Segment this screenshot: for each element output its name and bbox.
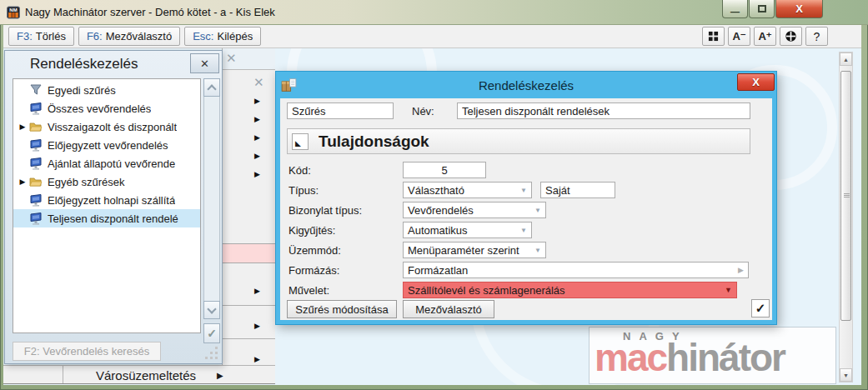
bizonylat-dropdown[interactable]: Vevőrendelés ▼ xyxy=(403,202,546,218)
close-button[interactable]: X xyxy=(775,0,823,18)
filter-input[interactable] xyxy=(287,102,394,119)
main-scrollbar[interactable]: ▲ ▼ xyxy=(839,52,853,382)
grid-view-button[interactable] xyxy=(702,27,725,46)
kod-input[interactable] xyxy=(403,162,486,178)
field-label-bizonylat: Bizonylat típus: xyxy=(288,204,362,217)
name-input[interactable] xyxy=(457,102,750,119)
minimize-button[interactable]: — xyxy=(722,0,748,18)
sajat-input[interactable] xyxy=(540,182,615,198)
panel-scroll-down-button[interactable] xyxy=(203,301,220,319)
name-label: Név: xyxy=(412,105,434,118)
highlighted-menu-row[interactable] xyxy=(223,243,275,263)
font-smaller-button[interactable]: A⁻ xyxy=(728,27,750,46)
expander-icon[interactable]: ▶ xyxy=(16,178,29,186)
panel-title: Rendeléskezelés xyxy=(30,56,138,72)
field-label-kod: Kód: xyxy=(288,164,311,177)
menu-arrow-icon[interactable]: ▶ xyxy=(254,287,260,295)
list-item[interactable]: ▶ Egyéb szűrések xyxy=(13,172,200,191)
monitor-icon xyxy=(29,138,43,152)
close-icon: ✕ xyxy=(200,58,209,70)
dropdown-arrow-icon: ▼ xyxy=(520,187,527,194)
toolbar: F3: Törlés F6: Mezőválasztó Esc: Kilépés… xyxy=(3,25,861,48)
monitor-icon xyxy=(29,102,43,115)
nav-arrow-icon: ▶ xyxy=(738,266,744,274)
list-item[interactable]: Előjegyzett holnapi szállítá xyxy=(13,191,200,209)
resize-grip[interactable] xyxy=(205,357,208,359)
window-controls: — X xyxy=(722,0,823,18)
collapse-button[interactable]: ◣ xyxy=(292,133,309,150)
menu-arrow-icon: ▶ xyxy=(217,371,223,380)
field-label-muvelet: Művelet: xyxy=(288,284,329,297)
scroll-down-button[interactable]: ▼ xyxy=(840,368,852,382)
font-smaller-icon: A⁻ xyxy=(732,30,745,42)
list-item[interactable]: Ajánlat állapotú vevőrende xyxy=(13,154,200,172)
svg-text:NM: NM xyxy=(9,8,17,12)
f2-search-button[interactable]: F2: Vevőrendelés keresés xyxy=(13,342,161,361)
list-item-selected[interactable]: Teljesen diszponált rendelé xyxy=(13,209,200,228)
grid-icon xyxy=(708,31,719,42)
menu-arrow-icon[interactable]: ▶ xyxy=(254,170,260,178)
package-icon xyxy=(280,76,298,94)
kigyujtes-dropdown[interactable]: Automatikus ▼ xyxy=(403,222,532,238)
dialog-title-bar[interactable]: Rendeléskezelés X xyxy=(276,72,776,98)
tipus-dropdown[interactable]: Választható ▼ xyxy=(403,182,532,198)
menu-arrow-icon[interactable]: ▶ xyxy=(254,133,260,142)
dropdown-arrow-icon: ▼ xyxy=(534,207,541,214)
background-close-icon[interactable]: ✕ xyxy=(226,52,237,64)
exit-button[interactable]: Esc: Kilépés xyxy=(184,27,261,46)
background-close-icon[interactable]: ✕ xyxy=(253,76,264,88)
properties-section-header: ◣ Tulajdonságok xyxy=(287,128,750,154)
formazas-field[interactable]: Formázatlan ▶ xyxy=(403,262,749,278)
menu-arrow-icon[interactable]: ▶ xyxy=(254,322,260,330)
monitor-icon xyxy=(29,157,43,170)
dialog-close-button[interactable]: X xyxy=(737,73,775,91)
menu-arrow-icon[interactable]: ▶ xyxy=(254,97,260,105)
list-item[interactable]: Előjegyzett vevőrendelés xyxy=(13,136,200,154)
menu-item-varosuzemeltetes[interactable]: Városüzemeltetés xyxy=(96,368,196,382)
order-management-panel: Rendeléskezelés ✕ Egyedi szűrés Összes v… xyxy=(4,50,223,364)
scrollbar-thumb[interactable] xyxy=(840,71,851,321)
menu-arrow-icon[interactable]: ▶ xyxy=(254,152,260,160)
help-button[interactable]: ? xyxy=(805,27,828,46)
section-title: Tulajdonságok xyxy=(319,132,429,151)
close-icon: X xyxy=(752,76,760,88)
panel-scroll-up-button[interactable] xyxy=(203,78,220,97)
delete-button[interactable]: F3: Törlés xyxy=(8,27,74,46)
font-larger-icon: A⁺ xyxy=(758,30,771,42)
dropdown-arrow-icon: ▼ xyxy=(534,247,541,254)
column-divider xyxy=(63,366,63,383)
panel-close-button[interactable]: ✕ xyxy=(190,53,219,73)
list-item[interactable]: Egyedi szűrés xyxy=(13,81,200,99)
field-selector-dialog-button[interactable]: Mezőválasztó xyxy=(403,300,494,318)
field-label-formazas: Formázás: xyxy=(288,264,339,277)
dialog-confirm-checkbox[interactable]: ✓ xyxy=(751,299,770,318)
scroll-up-button[interactable]: ▲ xyxy=(840,52,852,66)
menu-arrow-icon[interactable]: ▶ xyxy=(254,355,260,363)
title-bar: NM Nagy Machinátor szerver - Demó kötet … xyxy=(0,0,868,25)
scroll-down-icon: ▼ xyxy=(843,372,849,378)
field-label-uzemmod: Üzemmód: xyxy=(288,244,341,257)
uzemmod-dropdown[interactable]: Menüparaméter szerint ▼ xyxy=(403,242,546,258)
app-icon: NM xyxy=(7,6,20,19)
close-icon: X xyxy=(795,2,803,15)
toolbar-icon-group: A⁻ A⁺ ? xyxy=(702,27,828,46)
list-item[interactable]: ▶ Visszaigazolt és diszponált xyxy=(13,118,200,136)
panel-scrollbar-track[interactable] xyxy=(203,78,220,313)
background-window-strip: ✕ ✕ ▶ ▶ ▶ ▶ ▶ ▶ ▶ ▶ xyxy=(222,48,275,365)
menu-arrow-icon[interactable]: ▶ xyxy=(254,115,260,123)
font-larger-button[interactable]: A⁺ xyxy=(754,27,776,46)
field-label-tipus: Típus: xyxy=(288,184,319,197)
list-item[interactable]: Összes vevőrendelés xyxy=(13,99,200,118)
modify-filter-button[interactable]: Szűrés módosítása xyxy=(287,300,397,318)
background-toolbar: ✕ xyxy=(223,48,275,70)
target-button[interactable] xyxy=(780,27,802,46)
dialog-title: Rendeléskezelés xyxy=(479,78,574,92)
dropdown-arrow-icon: ▼ xyxy=(725,286,732,294)
background-menu-row[interactable]: Városüzemeltetés ▶ xyxy=(3,365,275,384)
maximize-button[interactable] xyxy=(749,0,775,18)
panel-apply-button[interactable]: ✓ xyxy=(203,323,220,343)
thumb-grip xyxy=(844,193,850,194)
muvelet-dropdown[interactable]: Szállítólevél és számlagenerálás ▼ xyxy=(403,282,737,298)
expander-icon[interactable]: ▶ xyxy=(16,122,29,131)
field-selector-button[interactable]: F6: Mezőválasztó xyxy=(78,27,180,46)
